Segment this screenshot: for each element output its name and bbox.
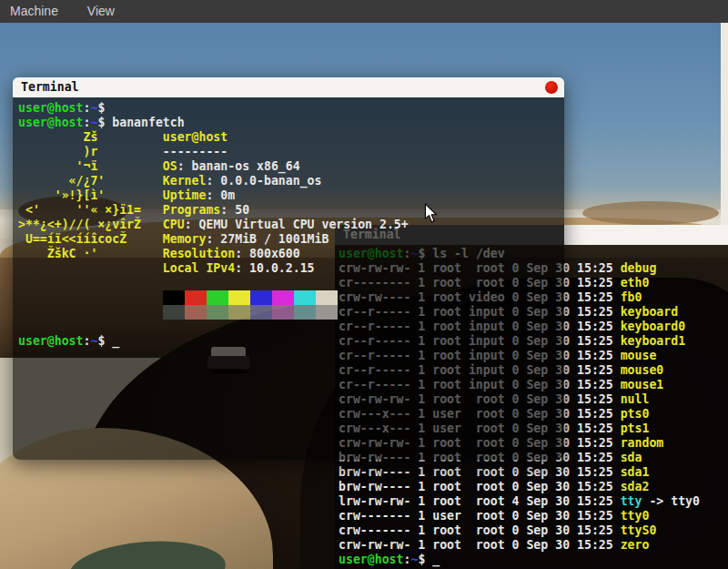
color-swatch [185, 290, 207, 305]
fetch-ascii-art: '¬ï [18, 159, 163, 173]
color-swatch [294, 305, 316, 320]
fetch-value: : 27MiB / 1001MiB [206, 232, 329, 246]
fetch-label: Memory [163, 232, 207, 246]
listing-attributes: brw-rw---- 1 root root 0 Sep 30 15:25 [339, 480, 621, 493]
fetch-label: OS [163, 159, 177, 173]
color-swatch [228, 290, 250, 305]
fetch-value: : 0m [206, 188, 235, 202]
menu-item-machine[interactable]: Machine [0, 0, 71, 23]
fetch-line: <' ''« ×}ï1= Programs: 50 [18, 203, 564, 218]
dev-listing-row: brw-rw---- 1 root root 0 Sep 30 15:25 sd… [339, 480, 728, 494]
fetch-value: : 10.0.2.15 [235, 261, 314, 275]
color-swatch [163, 290, 185, 305]
color-swatch [207, 305, 228, 320]
fetch-value: : 50 [220, 203, 249, 217]
shell-prompt-line: user@host:~$ bananfetch [18, 116, 564, 130]
prompt-dollar: $ [97, 116, 112, 129]
blank-line [18, 320, 564, 334]
device-name: tty [621, 494, 642, 508]
menu-item-view[interactable]: View [75, 0, 127, 23]
device-name: fb0 [621, 290, 642, 304]
fetch-line: '»!}[ì' Uptime: 0m [18, 188, 564, 203]
shell-command: bananfetch [112, 116, 184, 129]
device-name: debug [621, 261, 657, 275]
fetch-line: '¬ï OS: banan-os x86_64 [18, 159, 564, 174]
fetch-value: : 800x600 [235, 247, 299, 260]
close-icon[interactable] [545, 81, 558, 94]
device-name: random [621, 436, 664, 450]
listing-attributes: crw-rw-rw- 1 root root 0 Sep 30 15:25 [339, 538, 621, 552]
device-name: keyboard1 [621, 334, 685, 348]
text-cursor: _ [112, 334, 119, 348]
color-swatch [228, 305, 250, 320]
device-name: keyboard0 [621, 320, 685, 333]
front-terminal-content[interactable]: user@host:~$ user@host:~$ bananfetch Zš … [13, 97, 564, 460]
shell-prompt-line: user@host:~$ _ [339, 553, 728, 567]
fetch-line: Zš user@host [18, 130, 564, 145]
color-swatch [250, 305, 272, 320]
device-name: pts1 [621, 422, 650, 435]
device-name: mouse0 [621, 363, 664, 377]
prompt-user-host: user@host [339, 553, 403, 566]
menu-bar: Machine View [0, 0, 728, 23]
wallpaper-bright-edge [721, 23, 728, 234]
color-swatch [294, 290, 316, 305]
prompt-dollar: $ [418, 553, 432, 566]
fetch-label: CPU [163, 218, 185, 231]
shell-prompt-line: user@host:~$ _ [18, 334, 564, 349]
fetch-value: : QEMU Virtual CPU version 2.5+ [185, 218, 409, 231]
text-cursor: _ [432, 553, 440, 566]
prompt-user-host: user@host [18, 334, 83, 348]
prompt-user-host: user@host [18, 116, 83, 129]
fetch-label: Local IPv4 [163, 261, 235, 275]
fetch-line: «/¿7' Kernel: 0.0.0-banan_os [18, 174, 564, 188]
fetch-value: : 0.0.0-banan_os [206, 174, 321, 188]
fetch-ascii-art: Zš [18, 130, 163, 144]
fetch-label: Programs [163, 203, 221, 217]
fetch-line: Local IPv4: 10.0.2.15 [18, 261, 564, 276]
desktop-wallpaper[interactable]: Terminal user@host:~$ ls -l /devcrw-rw-r… [0, 23, 728, 569]
terminal-window-bananfetch[interactable]: Terminal user@host:~$ user@host:~$ banan… [13, 77, 564, 460]
listing-attributes: crw------- 1 user root 0 Sep 30 15:25 [339, 509, 621, 523]
symlink-target: -> tty0 [642, 494, 700, 508]
color-swatch [185, 305, 207, 320]
device-name: sda [621, 451, 642, 464]
fetch-ascii-art: )r [18, 145, 163, 158]
fetch-label: Kernel [163, 174, 207, 188]
blank-line [18, 276, 564, 290]
mouse-cursor-icon [424, 203, 438, 227]
back-terminal-title-bar-right [564, 225, 728, 245]
device-name: mouse [621, 349, 657, 362]
fetch-label: user@host [163, 130, 228, 144]
color-swatch [163, 305, 185, 320]
device-name: keyboard [621, 305, 679, 319]
device-name: eth0 [621, 276, 650, 290]
shell-prompt-line: user@host:~$ [18, 101, 564, 116]
color-swatch [316, 290, 338, 305]
fetch-line: )r --------- [18, 145, 564, 159]
fetch-line: ŽškC ·' Resolution: 800x600 [18, 247, 564, 261]
color-swatch [272, 305, 294, 320]
device-name: ttyS0 [621, 523, 657, 537]
color-palette-row [18, 290, 564, 305]
listing-attributes: brw-rw---- 1 root root 0 Sep 30 15:25 [339, 465, 621, 479]
fetch-ascii-art: ŽškC ·' [18, 247, 163, 260]
fetch-value: : banan-os x86_64 [177, 159, 300, 173]
device-name: sda2 [621, 480, 650, 493]
wallpaper-dune-shadow [582, 201, 719, 225]
prompt-user-host: user@host [18, 101, 83, 115]
color-palette-row [18, 305, 564, 320]
dev-listing-row: crw------- 1 user root 0 Sep 30 15:25 tt… [339, 509, 728, 523]
prompt-dollar: $ [97, 334, 112, 348]
vm-screen: Machine View Terminal user@host:~$ ls -l… [0, 0, 728, 569]
listing-attributes: lrw-rw-rw- 1 root root 4 Sep 30 15:25 [339, 494, 621, 508]
fetch-ascii-art [18, 261, 163, 275]
fetch-ascii-art: U==íï<<ííîcocŽ [18, 232, 163, 246]
fetch-ascii-art: >**¿<+)//( ×¿vîrŽ [18, 218, 163, 231]
front-terminal-title-bar[interactable]: Terminal [13, 77, 564, 97]
fetch-ascii-art: <' ''« ×}ï1= [18, 203, 163, 217]
dev-listing-row: lrw-rw-rw- 1 root root 4 Sep 30 15:25 tt… [339, 494, 728, 509]
front-terminal-title: Terminal [21, 80, 79, 94]
color-swatch [272, 290, 294, 305]
fetch-label: Uptime [163, 188, 207, 202]
